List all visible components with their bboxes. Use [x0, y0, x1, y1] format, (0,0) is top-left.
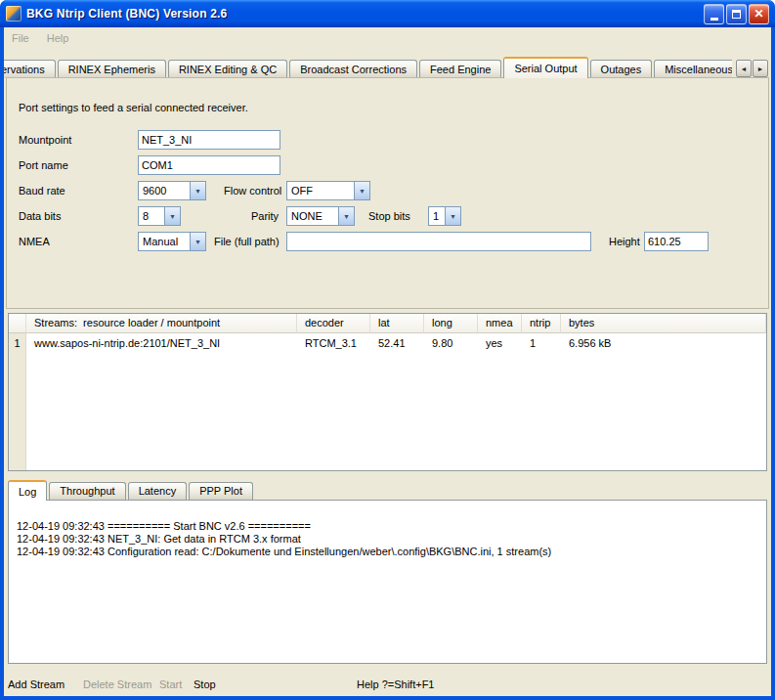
tab-throughput[interactable]: Throughput [49, 482, 125, 500]
height-input[interactable] [644, 232, 709, 251]
action-bar: Add Stream Delete Stream Start Stop Help… [4, 673, 771, 696]
header-bytes[interactable]: bytes [561, 314, 766, 333]
parity-label: Parity [251, 206, 279, 226]
cell-nmea: yes [478, 333, 522, 353]
chevron-down-icon: ▼ [190, 233, 205, 250]
parity-select[interactable]: NONE ▼ [286, 206, 355, 226]
arrow-right-icon: ► [757, 66, 764, 72]
nmea-value: Manual [139, 233, 190, 250]
stop-bits-select[interactable]: 1 ▼ [428, 206, 461, 226]
header-mountpoint[interactable]: Streams: resource loader / mountpoint [26, 314, 297, 333]
serial-output-pane: Port settings to feed a serial connected… [6, 77, 769, 309]
nmea-select[interactable]: Manual ▼ [138, 232, 206, 251]
data-bits-value: 8 [139, 207, 164, 225]
header-long[interactable]: long [424, 314, 478, 333]
tab-scroll-left-button[interactable]: ◄ [736, 60, 752, 77]
parity-value: NONE [287, 207, 338, 225]
menu-bar: File Help [4, 27, 771, 49]
pane-description: Port settings to feed a serial connected… [19, 98, 248, 117]
chevron-down-icon: ▼ [354, 182, 369, 199]
mountpoint-input[interactable] [138, 130, 280, 150]
cell-bytes: 6.956 kB [561, 333, 766, 353]
tab-miscellaneous[interactable]: Miscellaneous [654, 60, 732, 78]
close-icon: ✕ [753, 8, 763, 20]
app-icon[interactable] [6, 6, 22, 22]
row-number: 1 [9, 333, 26, 353]
header-nmea[interactable]: nmea [478, 314, 522, 333]
close-button[interactable]: ✕ [749, 4, 769, 24]
cell-mountpoint: www.sapos-ni-ntrip.de:2101/NET_3_NI [26, 333, 297, 353]
streams-table: Streams: resource loader / mountpoint de… [8, 313, 767, 471]
tab-ppp-plot[interactable]: PPP Plot [189, 482, 253, 500]
port-name-label: Port name [19, 155, 68, 175]
header-decoder[interactable]: decoder [297, 314, 370, 333]
stop-button[interactable]: Stop [194, 677, 216, 692]
flow-control-value: OFF [287, 182, 354, 199]
tab-log[interactable]: Log [8, 480, 47, 501]
tab-latency[interactable]: Latency [128, 482, 188, 500]
file-path-label: File (full path) [214, 232, 280, 251]
top-tab-bar: ervations RINEX Ephemeris RINEX Editing … [4, 56, 732, 78]
add-stream-button[interactable]: Add Stream [8, 677, 65, 692]
help-button[interactable]: Help ?=Shift+F1 [357, 677, 435, 692]
log-line: 12-04-19 09:32:43 ========== Start BNC v… [17, 520, 758, 533]
tab-scroll-right-button[interactable]: ► [753, 60, 768, 77]
stop-bits-label: Stop bits [368, 206, 410, 226]
minimize-icon [710, 18, 718, 21]
client-area: File Help ervations RINEX Ephemeris RINE… [4, 27, 771, 696]
menu-file[interactable]: File [12, 32, 29, 44]
tab-rinex-ephemeris[interactable]: RINEX Ephemeris [58, 60, 166, 78]
tab-observations[interactable]: ervations [4, 60, 56, 78]
bottom-tab-bar: Log Throughput Latency PPP Plot [8, 479, 255, 500]
tab-rinex-editing-qc[interactable]: RINEX Editing & QC [168, 60, 287, 78]
baud-rate-label: Baud rate [19, 181, 65, 200]
tab-broadcast-corrections[interactable]: Broadcast Corrections [289, 60, 417, 78]
cell-ntrip: 1 [522, 333, 561, 353]
flow-control-label: Flow control [224, 181, 281, 200]
baud-rate-select[interactable]: 9600 ▼ [138, 181, 206, 200]
header-corner [9, 314, 26, 333]
cell-decoder: RTCM_3.1 [297, 333, 370, 353]
title-bar[interactable]: BKG Ntrip Client (BNC) Version 2.6 ✕ [0, 0, 775, 27]
header-lat[interactable]: lat [370, 314, 424, 333]
chevron-down-icon: ▼ [190, 182, 205, 199]
data-bits-select[interactable]: 8 ▼ [138, 206, 181, 226]
height-label: Height [609, 232, 640, 251]
nmea-label: NMEA [19, 232, 50, 251]
maximize-icon [732, 10, 741, 19]
table-row[interactable]: 1 www.sapos-ni-ntrip.de:2101/NET_3_NI RT… [9, 333, 766, 353]
window-controls: ✕ [704, 4, 769, 24]
start-button[interactable]: Start [159, 677, 182, 692]
flow-control-select[interactable]: OFF ▼ [286, 181, 370, 200]
arrow-left-icon: ◄ [741, 66, 748, 72]
delete-stream-button[interactable]: Delete Stream [83, 677, 151, 692]
tab-serial-output[interactable]: Serial Output [503, 57, 587, 78]
file-path-input[interactable] [286, 232, 591, 251]
chevron-down-icon: ▼ [164, 207, 180, 225]
stop-bits-value: 1 [429, 207, 445, 225]
port-name-input[interactable] [138, 155, 280, 175]
baud-rate-value: 9600 [139, 182, 190, 199]
tab-scrollers: ◄ ► [736, 60, 768, 77]
maximize-button[interactable] [726, 4, 747, 24]
chevron-down-icon: ▼ [338, 207, 354, 225]
log-output[interactable]: 12-04-19 09:32:43 ========== Start BNC v… [8, 500, 767, 664]
cell-long: 9.80 [424, 333, 478, 353]
streams-header-row: Streams: resource loader / mountpoint de… [9, 314, 766, 333]
log-line: 12-04-19 09:32:43 NET_3_NI: Get data in … [17, 533, 758, 546]
data-bits-label: Data bits [19, 206, 61, 226]
tab-outages[interactable]: Outages [590, 60, 653, 78]
header-ntrip[interactable]: ntrip [522, 314, 561, 333]
row-number-gutter [9, 333, 26, 470]
cell-lat: 52.41 [370, 333, 424, 353]
log-line: 12-04-19 09:32:43 Configuration read: C:… [17, 546, 758, 558]
chevron-down-icon: ▼ [445, 207, 460, 225]
minimize-button[interactable] [704, 4, 724, 24]
app-window: BKG Ntrip Client (BNC) Version 2.6 ✕ Fil… [0, 0, 775, 700]
window-title: BKG Ntrip Client (BNC) Version 2.6 [26, 7, 704, 21]
mountpoint-label: Mountpoint [19, 130, 71, 150]
menu-help[interactable]: Help [47, 32, 69, 44]
tab-feed-engine[interactable]: Feed Engine [419, 60, 501, 78]
